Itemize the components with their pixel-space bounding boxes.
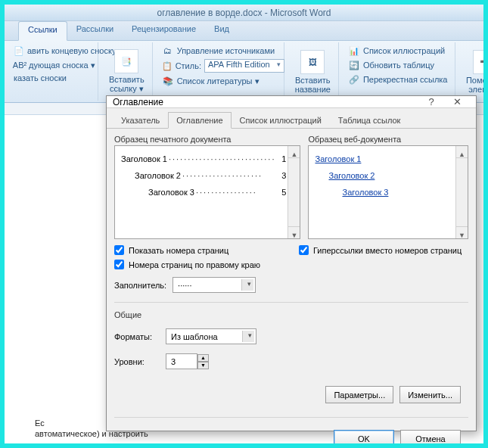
toc-link[interactable]: Заголовок 1	[315, 154, 361, 163]
preview-row: Образец печатного документа Заголовок 1 …	[114, 135, 468, 239]
mark-entry-button[interactable]: ➕ Пометить элемент	[463, 47, 483, 97]
bibliography-icon: 📚	[162, 75, 174, 87]
scroll-down-icon[interactable]: ▼	[288, 226, 300, 238]
ribbon-group-captions: 📊 Список иллюстраций 🔄 Обновить таблицу …	[342, 42, 455, 101]
update-icon: 🔄	[348, 59, 360, 71]
label: Вставить название	[295, 76, 331, 94]
separator	[114, 417, 468, 418]
background-text: Ес автоматическое) и настроить	[35, 418, 148, 439]
cancel-button[interactable]: Отмена	[400, 430, 461, 443]
tab-authorities[interactable]: Таблица ссылок	[330, 112, 409, 128]
toc-link[interactable]: Заголовок 3	[342, 188, 388, 197]
label: Список литературы ▾	[177, 76, 260, 86]
scroll-up-icon[interactable]: ▲	[456, 146, 468, 158]
tab-index[interactable]: Указатель	[113, 112, 168, 128]
illustrations-list[interactable]: 📊 Список иллюстраций	[347, 44, 450, 58]
label: Список иллюстраций	[363, 46, 445, 55]
tab-toc[interactable]: Оглавление	[168, 112, 231, 129]
label: Пометить элемент	[466, 76, 483, 94]
modify-button[interactable]: Изменить...	[399, 386, 461, 403]
toc-item: Заголовок 3	[148, 184, 194, 201]
toc-page: 3	[277, 167, 286, 184]
bibliography-button[interactable]: 📚 Список литературы ▾	[160, 74, 279, 88]
label: Заполнитель:	[114, 281, 166, 290]
insert-endnote[interactable]: 📄 авить концевую сноску	[12, 44, 93, 58]
scrollbar[interactable]: ▲ ▼	[288, 146, 300, 238]
ribbon-group-footnotes: 📄 авить концевую сноску AB² дующая сноск…	[8, 42, 98, 101]
label: дующая сноска ▾	[29, 61, 95, 70]
label: Вставить ссылку ▾	[109, 75, 145, 94]
label: Управление источниками	[177, 46, 275, 55]
scroll-up-icon[interactable]: ▲	[288, 146, 300, 158]
update-table[interactable]: 🔄 Обновить таблицу	[347, 58, 450, 72]
style-icon: 📋	[162, 60, 173, 72]
ok-button[interactable]: OK	[334, 430, 394, 443]
chk-right-align[interactable]: Номера страниц по правому краю	[114, 260, 284, 269]
manage-sources[interactable]: 🗂 Управление источниками	[160, 44, 279, 58]
checkbox-row: Показать номера страниц Номера страниц п…	[114, 245, 468, 293]
chk-hyperlinks[interactable]: Гиперссылки вместо номеров страниц	[299, 245, 468, 255]
scrollbar[interactable]: ▲ ▼	[455, 146, 468, 238]
ribbon-tab-view[interactable]: Вид	[205, 21, 238, 41]
formats-field: Форматы: Из шаблона	[114, 328, 468, 344]
toc-item: Заголовок 2	[135, 167, 181, 184]
toc-item: Заголовок 1	[121, 151, 167, 167]
checkbox[interactable]	[114, 245, 124, 255]
label: казать сноски	[14, 73, 67, 82]
checkbox[interactable]	[299, 245, 309, 255]
label: Перекрестная ссылка	[363, 75, 448, 84]
levels-input[interactable]	[166, 353, 197, 369]
levels-spinner[interactable]: ▲ ▼	[166, 353, 209, 369]
ribbon-tab-mailings[interactable]: Рассылки	[67, 21, 123, 41]
dialog-footer: OK Отмена	[114, 425, 468, 443]
label: Уровни:	[114, 357, 160, 366]
label: Обновить таблицу	[363, 61, 434, 70]
help-button[interactable]: ?	[418, 96, 444, 107]
tab-leader-combo[interactable]: ······	[173, 277, 256, 293]
ribbon-tab-review[interactable]: Рецензирование	[123, 21, 205, 41]
cross-reference[interactable]: 🔗 Перекрестная ссылка	[347, 73, 450, 86]
spin-down-icon[interactable]: ▼	[197, 362, 209, 369]
print-preview-box: Заголовок 1 ····························…	[114, 145, 300, 239]
web-preview-label: Образец веб-документа	[308, 135, 468, 144]
toc-link[interactable]: Заголовок 2	[328, 171, 375, 180]
general-label: Общие	[114, 310, 468, 319]
dialog-title: Оглавление	[113, 97, 418, 107]
dialog-titlebar: Оглавление ? ✕	[107, 96, 476, 108]
word-window: оглавление в ворде.docx - Microsoft Word…	[5, 5, 483, 443]
illustrations-icon: 📊	[348, 45, 360, 57]
options-button[interactable]: Параметры...	[325, 386, 393, 403]
ribbon-group-caption: 🖼 Вставить название	[288, 42, 339, 101]
ribbon-tab-references[interactable]: Ссылки	[18, 21, 67, 41]
checkbox[interactable]	[114, 260, 124, 269]
ribbon-group-bibliography: 🗂 Управление источниками 📋 Стиль: APA Fi…	[156, 42, 284, 101]
label: Стиль:	[176, 61, 201, 70]
dialog-tabs: Указатель Оглавление Список иллюстраций …	[107, 108, 476, 129]
separator	[114, 302, 468, 303]
toc-dialog: Оглавление ? ✕ Указатель Оглавление Спис…	[106, 95, 477, 431]
spin-up-icon[interactable]: ▲	[197, 354, 209, 362]
insert-caption-button[interactable]: 🖼 Вставить название	[292, 47, 334, 97]
titlebar: оглавление в ворде.docx - Microsoft Word	[5, 5, 483, 21]
label: Гиперссылки вместо номеров страниц	[313, 246, 462, 255]
mark-entry-icon: ➕	[473, 50, 483, 74]
insert-citation-button[interactable]: 📑 Вставить ссылку ▾	[106, 46, 148, 97]
levels-field: Уровни: ▲ ▼	[114, 353, 468, 369]
show-footnotes[interactable]: казать сноски	[12, 73, 93, 83]
citation-style: 📋 Стиль: APA Fifth Edition	[160, 58, 279, 73]
toc-page: 5	[277, 184, 286, 201]
ribbon-group-index: ➕ Пометить элемент	[458, 42, 483, 101]
next-footnote[interactable]: AB² дующая сноска ▾	[12, 58, 93, 72]
label: Показать номера страниц	[129, 246, 228, 255]
tab-figures[interactable]: Список иллюстраций	[232, 112, 330, 128]
close-button[interactable]: ✕	[444, 96, 470, 107]
label: Номера страниц по правому краю	[129, 260, 260, 269]
chk-show-page-numbers[interactable]: Показать номера страниц	[114, 245, 284, 255]
sources-icon: 🗂	[162, 45, 174, 57]
formats-combo[interactable]: Из шаблона	[166, 328, 256, 344]
tab-leader-field: Заполнитель: ······	[114, 277, 284, 293]
caption-icon: 🖼	[300, 50, 325, 74]
scroll-down-icon[interactable]: ▼	[456, 226, 468, 238]
style-combo[interactable]: APA Fifth Edition	[204, 59, 284, 73]
web-preview-box: Заголовок 1 Заголовок 2 Заголовок 3 ▲ ▼	[308, 145, 468, 239]
